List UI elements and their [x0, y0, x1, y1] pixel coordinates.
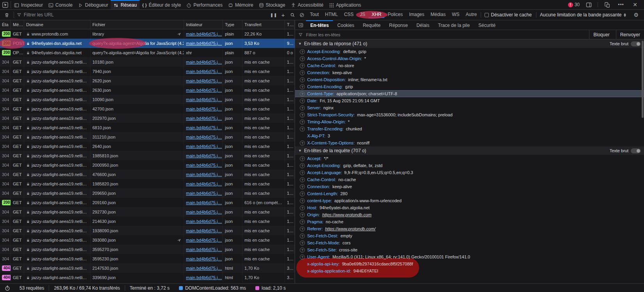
header-help-icon[interactable]: ? — [300, 91, 305, 96]
tool-tab-debugger[interactable]: Débogueur — [75, 0, 111, 9]
header-help-icon[interactable]: ? — [300, 226, 305, 231]
column-header-transfert[interactable]: Transfert — [242, 20, 285, 29]
initiator-link[interactable]: main.bd4b6d75.j… — [186, 123, 222, 132]
details-tab-cookies[interactable]: Cookies — [333, 20, 358, 30]
disable-cache-checkbox[interactable] — [485, 13, 489, 17]
header-row[interactable]: ?Host:94he6yatei-dsn.algolia.net — [295, 204, 644, 211]
header-row[interactable]: ?Pragma:no-cache — [295, 218, 644, 225]
header-row[interactable]: ?Content-Type:application/json; charset=… — [295, 90, 644, 97]
header-help-icon[interactable]: ? — [300, 156, 305, 161]
initiator-link[interactable]: main.bd4b6d75.j… — [186, 57, 222, 67]
column-header-m[interactable]: Mé… — [11, 20, 24, 29]
header-help-icon[interactable]: ? — [300, 105, 305, 110]
header-help-icon[interactable]: ? — [300, 70, 305, 75]
header-help-icon[interactable]: ? — [300, 255, 305, 260]
tool-tab-application[interactable]: Applications — [326, 0, 364, 9]
response-headers-section-header[interactable]: ▼ En-têtes de la réponse (471 o) Texte b… — [295, 39, 644, 48]
details-tab-r-ponse[interactable]: Réponse — [385, 20, 412, 30]
disable-cache-control[interactable]: Désactiver le cache — [481, 12, 535, 18]
initiator-link[interactable]: main.bd4b6d75.j… — [186, 142, 222, 151]
initiator-link[interactable]: main.bd4b6d75.j… — [186, 39, 222, 48]
pause-traffic-button[interactable]: ❚❚ — [269, 10, 278, 20]
header-row[interactable]: x-algolia-application-id:94HE6YATEI — [295, 267, 644, 274]
table-row[interactable]: 200OP…94he6yatei-dsn.algolia.netquery?x-… — [0, 48, 295, 57]
table-row[interactable]: 304GETjazzy-starlight-aeea19.netli…35952… — [0, 254, 295, 264]
column-header-ta[interactable]: Éta — [0, 20, 11, 29]
table-row[interactable]: 200GETwww.protondb.comlibrarymain.bd4b6d… — [0, 29, 295, 39]
table-row[interactable]: 404GETjazzy-starlight-aeea19.netli…33969… — [0, 273, 295, 282]
header-row[interactable]: ?Sec-Fetch-Mode:cors — [295, 239, 644, 246]
header-help-icon[interactable]: ? — [300, 112, 305, 118]
resend-request-button[interactable]: Renvoyer — [616, 30, 644, 39]
header-help-icon[interactable]: ? — [300, 170, 305, 175]
tool-tab-accessibility[interactable]: Accessibilité — [288, 0, 326, 9]
details-tab-trace-de-la-pile[interactable]: Trace de la pile — [433, 20, 474, 30]
initiator-link[interactable]: main.bd4b6d75.j… — [186, 273, 222, 282]
header-help-icon[interactable]: ? — [300, 84, 305, 89]
header-row[interactable]: ?Strict-Transport-Security:max-age=31536… — [295, 111, 644, 118]
table-row[interactable]: 304GETjazzy-starlight-aeea19.netli…10180… — [0, 57, 295, 67]
header-row[interactable]: ?Content-Disposition:inline; filename=a.… — [295, 76, 644, 83]
header-help-icon[interactable]: ? — [300, 184, 305, 189]
header-row[interactable]: ?Cache-Control:no-cache — [295, 176, 644, 183]
tool-tab-network[interactable]: Réseau — [111, 0, 139, 9]
header-row[interactable]: ?content-type:application/x-www-form-url… — [295, 197, 644, 204]
table-row[interactable]: 304GETjazzy-starlight-aeea19.netli…21463… — [0, 217, 295, 226]
filter-css[interactable]: CSS — [341, 12, 357, 18]
header-row[interactable]: ?Server:nginx — [295, 104, 644, 111]
initiator-link[interactable]: main.bd4b6d75.j… — [186, 226, 222, 235]
tool-tab-style-editor[interactable]: { }Éditeur de style — [140, 0, 184, 9]
raw-text-toggle[interactable] — [631, 41, 641, 46]
table-row[interactable]: 304GETjazzy-starlight-aeea19.netli…47660… — [0, 170, 295, 179]
header-help-icon[interactable]: ? — [300, 77, 305, 82]
details-scrollbar-thumb[interactable] — [642, 41, 644, 118]
table-row[interactable]: 304GETjazzy-starlight-aeea19.netli…2630.… — [0, 85, 295, 95]
filter-html[interactable]: HTML — [322, 12, 341, 18]
initiator-link[interactable]: main.bd4b6d75.j… — [186, 254, 222, 264]
initiator-link[interactable]: main.bd4b6d75.j… — [186, 160, 222, 170]
column-header-type[interactable]: Type — [223, 20, 242, 29]
column-header-domaine[interactable]: Domaine — [24, 20, 90, 29]
node-picker-button[interactable] — [0, 0, 10, 9]
initiator-link[interactable]: main.bd4b6d75.j… — [186, 132, 222, 142]
network-settings-button[interactable]: ⚙ — [630, 12, 642, 18]
header-row[interactable]: ?Date:Fri, 15 Aug 2025 21:05:14 GMT — [295, 97, 644, 104]
header-row[interactable]: ?Origin:https://www.protondb.com — [295, 211, 644, 218]
clear-requests-button[interactable] — [2, 10, 11, 20]
filter-tout[interactable]: Tout — [307, 12, 322, 18]
header-help-icon[interactable]: ? — [300, 240, 305, 246]
block-request-button[interactable] — [297, 10, 306, 20]
header-row[interactable]: ?Accept-Language:fr,fr-FR;q=0.8,en-US;q=… — [295, 169, 644, 176]
header-help-icon[interactable]: ? — [300, 98, 305, 103]
initiator-link[interactable]: main.bd4b6d75.j… — [186, 264, 222, 273]
tool-tab-console[interactable]: Console — [46, 0, 75, 9]
new-request-button[interactable]: + — [279, 10, 287, 20]
header-row[interactable]: ?Sec-Fetch-Dest:empty — [295, 232, 644, 239]
header-help-icon[interactable]: ? — [300, 63, 305, 68]
filter-xhr[interactable]: XHR — [368, 12, 384, 18]
initiator-link[interactable]: main.bd4b6d75.j… — [186, 170, 222, 179]
table-row[interactable]: 200GETjazzy-starlight-aeea19.netli…20916… — [0, 198, 295, 207]
initiator-link[interactable]: main.bd4b6d75.j… — [186, 95, 222, 104]
header-row[interactable]: ?Content-Encoding:gzip — [295, 83, 644, 90]
table-row[interactable]: 304GETjazzy-starlight-aeea19.netli…2620.… — [0, 76, 295, 85]
initiator-link[interactable]: main.bd4b6d75.j… — [186, 114, 222, 123]
details-tab-en-t-tes[interactable]: En-têtes — [306, 20, 333, 30]
header-row[interactable]: ?Referer:https://www.protondb.com/ — [295, 225, 644, 232]
tool-tab-performance[interactable]: Performances — [184, 0, 225, 9]
performance-analysis-button[interactable] — [0, 284, 15, 292]
header-help-icon[interactable]: ? — [300, 56, 305, 61]
header-row[interactable]: ?Sec-Fetch-Site:cross-site — [295, 246, 644, 253]
initiator-link[interactable]: main.bd4b6d75.j… — [186, 151, 222, 160]
close-devtools-button[interactable]: ✕ — [630, 2, 640, 8]
headers-filter-input[interactable] — [305, 32, 587, 37]
table-row[interactable]: 404GETjazzy-starlight-aeea19.netli…21475… — [0, 264, 295, 273]
table-row[interactable]: 304GETjazzy-starlight-aeea19.netli…29273… — [0, 207, 295, 217]
header-row[interactable]: ?Accept-Encoding:deflate, gzip — [295, 48, 644, 55]
header-row[interactable]: ?Accept:*/* — [295, 155, 644, 162]
throttling-select[interactable]: Aucune limitation de la bande passante — [536, 12, 630, 18]
header-help-icon[interactable]: ? — [300, 141, 305, 146]
header-help-icon[interactable]: ? — [300, 177, 305, 182]
initiator-link[interactable]: main.bd4b6d75.j… — [186, 104, 222, 114]
raw-text-toggle[interactable] — [631, 148, 641, 153]
